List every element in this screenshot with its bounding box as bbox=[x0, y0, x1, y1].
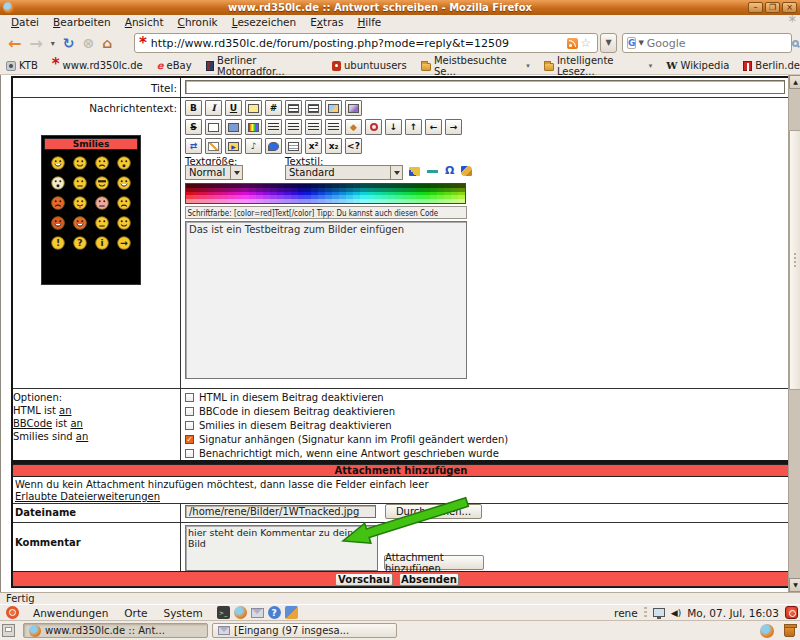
menu-hilfe[interactable]: Hilfe bbox=[350, 16, 388, 28]
textgroesse-select[interactable]: Normal bbox=[185, 165, 243, 180]
palette-color[interactable] bbox=[200, 199, 207, 203]
user-switcher[interactable]: rene bbox=[614, 607, 638, 619]
close-button[interactable]: × bbox=[782, 2, 797, 13]
search-icon[interactable] bbox=[792, 40, 799, 47]
smiley-sad[interactable] bbox=[95, 156, 109, 170]
bbcode-superscript-button[interactable]: x² bbox=[305, 138, 322, 154]
palette-color[interactable] bbox=[353, 199, 360, 203]
options-status-link[interactable]: an bbox=[76, 431, 88, 442]
ubuntu-logo-icon[interactable] bbox=[6, 606, 19, 619]
search-input[interactable] bbox=[647, 37, 792, 50]
bbcode-ordered-list-button[interactable] bbox=[305, 100, 322, 116]
checkbox-checked[interactable]: ✓ bbox=[185, 435, 194, 444]
smiley-twisted[interactable] bbox=[73, 216, 87, 230]
checkbox-unchecked[interactable] bbox=[185, 407, 194, 416]
bbcode-url-button[interactable] bbox=[345, 100, 362, 116]
palette-color[interactable] bbox=[304, 199, 311, 203]
palette-color[interactable] bbox=[221, 199, 228, 203]
options-status-link[interactable]: an bbox=[70, 418, 82, 429]
bbcode-align-right-button[interactable] bbox=[305, 119, 322, 135]
mail-launcher-icon[interactable] bbox=[251, 608, 264, 618]
menu-ansicht[interactable]: Ansicht bbox=[118, 16, 171, 28]
options-status-link[interactable]: an bbox=[59, 405, 71, 416]
palette-color[interactable] bbox=[291, 199, 298, 203]
task-button[interactable]: www.rd350lc.de :: Ant... bbox=[23, 623, 208, 638]
bbcode-php-button[interactable]: <? bbox=[345, 138, 362, 154]
bbcode-balloon-button[interactable] bbox=[265, 138, 282, 154]
bbcode-color-white-button[interactable] bbox=[205, 119, 222, 135]
bookmark-uu[interactable]: ubuntuusers bbox=[332, 60, 407, 71]
palette-color[interactable] bbox=[381, 199, 388, 203]
bookmark-wikipedia[interactable]: Wikipedia bbox=[666, 60, 729, 71]
palette-color[interactable] bbox=[409, 199, 416, 203]
bbcode-align-justify-button[interactable] bbox=[325, 119, 342, 135]
bbcode-code-button[interactable]: # bbox=[265, 100, 282, 116]
minimize-button[interactable]: – bbox=[748, 2, 763, 13]
palette-color[interactable] bbox=[249, 199, 256, 203]
bbcode-strike-button[interactable]: S bbox=[185, 119, 202, 135]
firefox-launcher-icon[interactable] bbox=[234, 606, 247, 619]
smiley-rolleyes[interactable] bbox=[95, 216, 109, 230]
palette-color[interactable] bbox=[360, 199, 367, 203]
palette-color[interactable] bbox=[346, 199, 353, 203]
menu-extras[interactable]: Extras bbox=[303, 16, 350, 28]
palette-color[interactable] bbox=[318, 199, 325, 203]
palette-color[interactable] bbox=[374, 199, 381, 203]
textstil-select[interactable]: Standard bbox=[285, 165, 403, 180]
bbcode-anchor-button[interactable]: ◆ bbox=[345, 119, 362, 135]
bookmark-rd350[interactable]: www.rd350lc.de bbox=[52, 60, 143, 71]
palette-color[interactable] bbox=[416, 199, 423, 203]
durchsuchen-button[interactable]: Durchsuchen... bbox=[385, 504, 482, 519]
scrollbar-thumb[interactable] bbox=[789, 130, 800, 390]
back-button[interactable]: ← bbox=[8, 34, 21, 53]
palette-color[interactable] bbox=[186, 199, 193, 203]
horizontal-rule-icon[interactable] bbox=[427, 170, 438, 173]
vertical-scrollbar[interactable]: ▲ ▼ bbox=[788, 75, 800, 592]
smiley-lol[interactable] bbox=[117, 176, 131, 190]
task-button[interactable]: [Eingang (97 insgesa... bbox=[212, 623, 397, 638]
panel-menu-orte[interactable]: Orte bbox=[116, 607, 155, 619]
search-engine-dropdown[interactable]: ▼ bbox=[638, 39, 643, 47]
bbcode-swap-button[interactable]: ⇄ bbox=[185, 138, 202, 154]
smiley-wink[interactable] bbox=[117, 216, 131, 230]
palette-color[interactable] bbox=[298, 199, 305, 203]
palette-color[interactable] bbox=[423, 199, 430, 203]
firefox-tray-icon[interactable] bbox=[760, 624, 774, 638]
palette-color[interactable] bbox=[207, 199, 214, 203]
checkbox-unchecked[interactable] bbox=[185, 449, 194, 458]
palette-color[interactable] bbox=[242, 199, 249, 203]
palette-color[interactable] bbox=[228, 199, 235, 203]
bbcode-subscript-button[interactable]: x₂ bbox=[325, 138, 342, 154]
checkbox-unchecked[interactable] bbox=[185, 393, 194, 402]
help-launcher-icon[interactable] bbox=[268, 606, 281, 619]
scroll-up-button[interactable]: ▲ bbox=[789, 75, 800, 89]
titel-input[interactable] bbox=[185, 80, 785, 94]
palette-color[interactable] bbox=[311, 199, 318, 203]
panel-menu-anwendungen[interactable]: Anwendungen bbox=[25, 607, 116, 619]
trash-applet-icon[interactable] bbox=[784, 625, 795, 637]
bbcode-move-up-button[interactable]: ↑ bbox=[405, 119, 422, 135]
palette-color[interactable] bbox=[325, 199, 332, 203]
smiley-evil[interactable] bbox=[51, 216, 65, 230]
checkbox-unchecked[interactable] bbox=[185, 421, 194, 430]
url-bar[interactable]: * ☆ bbox=[134, 33, 598, 53]
google-engine-icon[interactable]: G bbox=[627, 37, 636, 49]
smiley-question[interactable]: ? bbox=[73, 236, 87, 250]
spellcheck-icon[interactable] bbox=[409, 167, 420, 176]
palette-color[interactable] bbox=[256, 199, 263, 203]
smiley-biggrin[interactable] bbox=[51, 156, 65, 170]
smiley-idea[interactable]: i bbox=[95, 236, 109, 250]
palette-color[interactable] bbox=[458, 199, 465, 203]
bbcode-color-blue-button[interactable] bbox=[225, 119, 242, 135]
menu-lesezeichen[interactable]: Lesezeichen bbox=[225, 16, 304, 28]
bbcode-video-button[interactable]: ▶ bbox=[225, 138, 242, 154]
smiley-eek[interactable] bbox=[51, 176, 65, 190]
forward-button[interactable]: → bbox=[29, 34, 42, 53]
shutdown-button[interactable] bbox=[785, 606, 798, 619]
bbcode-audio-button[interactable]: ♪ bbox=[245, 138, 262, 154]
bbcode-search-button[interactable] bbox=[365, 119, 382, 135]
show-desktop-button[interactable] bbox=[2, 624, 15, 637]
volume-icon[interactable]: ◀) bbox=[671, 608, 681, 618]
rss-feed-icon[interactable] bbox=[567, 38, 578, 49]
palette-color[interactable] bbox=[451, 199, 458, 203]
